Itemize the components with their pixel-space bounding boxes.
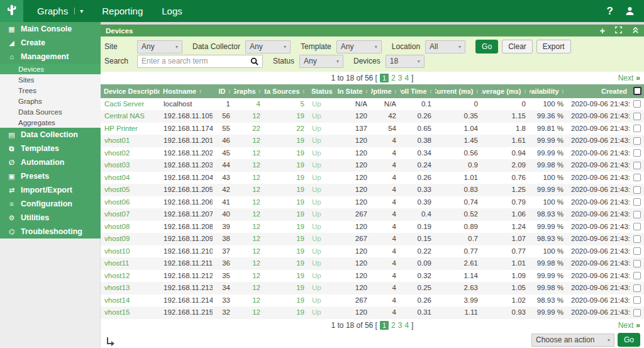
column-header-uptime[interactable]: Uptime↕	[371, 84, 400, 98]
cell-graphs[interactable]: 22	[234, 123, 264, 135]
export-button[interactable]: Export	[536, 40, 571, 53]
column-header-hostname[interactable]: Hostname↕	[160, 84, 213, 98]
cell-data_sources[interactable]: 19	[264, 208, 308, 221]
cell-data_sources[interactable]: 5	[264, 98, 308, 111]
cell-graphs[interactable]: 12	[234, 208, 264, 221]
cell-description[interactable]: vhost06	[101, 196, 160, 209]
sidebar-item-troubleshooting[interactable]: ⌬Troubleshooting	[0, 225, 101, 239]
cell-description[interactable]: HP Printer	[101, 123, 160, 135]
sidebar-item-configuration[interactable]: ≡Configuration	[0, 197, 101, 211]
add-device-icon[interactable]: +	[600, 26, 605, 35]
cell-data_sources[interactable]: 19	[264, 221, 308, 233]
cell-graphs[interactable]: 12	[234, 184, 264, 196]
row-checkbox[interactable]	[633, 247, 641, 255]
cell-graphs[interactable]: 4	[234, 98, 264, 111]
cell-data_sources[interactable]: 19	[264, 196, 308, 209]
cell-data_sources[interactable]: 19	[264, 306, 308, 319]
column-header-created[interactable]: Created	[567, 84, 630, 98]
cell-description[interactable]: Central NAS	[101, 110, 160, 123]
tab-logs[interactable]: Logs	[162, 6, 182, 16]
tab-graphs[interactable]: Graphs▾	[37, 6, 83, 16]
row-checkbox[interactable]	[633, 260, 641, 267]
page-link-2[interactable]: 2	[391, 321, 396, 330]
cell-graphs[interactable]: 12	[234, 110, 264, 123]
page-link-4[interactable]: 4	[404, 74, 409, 82]
row-checkbox[interactable]	[633, 223, 641, 230]
row-checkbox[interactable]	[633, 186, 641, 194]
go-button[interactable]: Go	[475, 40, 498, 53]
column-header-data-sources[interactable]: Data Sources↕	[264, 84, 308, 98]
select-all-checkbox[interactable]	[633, 87, 641, 95]
sidebar-subitem-devices[interactable]: Devices	[0, 64, 101, 74]
row-checkbox[interactable]	[633, 284, 641, 292]
cell-graphs[interactable]: 12	[234, 233, 264, 245]
cell-description[interactable]: vhost10	[101, 245, 160, 258]
devices-per-page-select[interactable]: 18▾	[386, 55, 425, 68]
sidebar-subitem-graphs[interactable]: Graphs	[0, 96, 101, 106]
sidebar-item-create[interactable]: ◢Create	[0, 36, 101, 50]
tab-reporting[interactable]: Reporting	[102, 6, 143, 16]
location-select[interactable]: All▾	[425, 40, 465, 53]
cell-graphs[interactable]: 12	[234, 196, 264, 209]
row-checkbox[interactable]	[633, 309, 641, 317]
next-page-link[interactable]: Next »	[618, 72, 640, 84]
row-checkbox[interactable]	[633, 149, 641, 157]
cell-description[interactable]: vhost09	[101, 233, 160, 245]
cell-data_sources[interactable]: 22	[264, 123, 308, 135]
column-header-in-state[interactable]: In State↕	[336, 84, 371, 98]
cell-description[interactable]: vhost08	[101, 221, 160, 233]
clear-button[interactable]: Clear	[502, 40, 533, 53]
row-checkbox[interactable]	[633, 137, 641, 145]
row-checkbox[interactable]	[633, 100, 641, 108]
sidebar-subitem-sites[interactable]: Sites	[0, 74, 101, 85]
cell-graphs[interactable]: 12	[234, 245, 264, 258]
cell-description[interactable]: vhost07	[101, 208, 160, 221]
column-header-poll-time[interactable]: Poll Time↕	[400, 84, 435, 98]
cell-description[interactable]: vhost12	[101, 270, 160, 283]
cell-description[interactable]: vhost13	[101, 282, 160, 295]
row-checkbox[interactable]	[633, 296, 641, 304]
cacti-logo[interactable]	[0, 0, 23, 22]
row-checkbox[interactable]	[633, 125, 641, 132]
sidebar-item-main-console[interactable]: ▦Main Console	[0, 22, 101, 36]
row-checkbox[interactable]	[633, 211, 641, 218]
sidebar-subitem-aggregates[interactable]: Aggregates	[0, 117, 101, 128]
sidebar-item-templates[interactable]: ⧉Templates	[0, 142, 101, 155]
page-link-2[interactable]: 2	[391, 74, 396, 82]
page-link-1[interactable]: 1	[380, 74, 389, 82]
cell-graphs[interactable]: 12	[234, 159, 264, 172]
cell-graphs[interactable]: 12	[234, 295, 264, 307]
cell-graphs[interactable]: 12	[234, 257, 264, 270]
cell-description[interactable]: vhost01	[101, 135, 160, 147]
cell-graphs[interactable]: 12	[234, 282, 264, 295]
row-checkbox[interactable]	[633, 162, 641, 169]
cell-graphs[interactable]: 12	[234, 270, 264, 283]
next-page-link[interactable]: Next »	[618, 319, 640, 332]
cell-data_sources[interactable]: 19	[264, 295, 308, 307]
row-checkbox[interactable]	[633, 198, 641, 206]
cell-description[interactable]: vhost15	[101, 306, 160, 319]
column-header-current-ms[interactable]: Current (ms)↕	[435, 84, 482, 98]
cell-data_sources[interactable]: 19	[264, 159, 308, 172]
cell-description[interactable]: vhost03	[101, 159, 160, 172]
search-icon[interactable]	[250, 57, 258, 65]
page-link-1[interactable]: 1	[380, 321, 389, 330]
cell-data_sources[interactable]: 19	[264, 184, 308, 196]
column-header-status[interactable]: Status↕	[308, 84, 336, 98]
action-go-button[interactable]: Go	[618, 333, 640, 347]
cell-description[interactable]: vhost02	[101, 147, 160, 160]
cell-graphs[interactable]: 12	[234, 135, 264, 147]
cell-data_sources[interactable]: 19	[264, 270, 308, 283]
sidebar-subitem-data-sources[interactable]: Data Sources	[0, 106, 101, 117]
sidebar-item-data-collection[interactable]: ▤Data Collection	[0, 128, 101, 142]
sidebar-item-presets[interactable]: ▣Presets	[0, 169, 101, 183]
collapse-panel-icon[interactable]	[632, 26, 639, 35]
column-header-availability[interactable]: Availability↕	[530, 84, 567, 98]
template-select[interactable]: Any▾	[336, 40, 382, 53]
page-link-3[interactable]: 3	[398, 321, 402, 330]
data-collector-select[interactable]: Any▾	[245, 40, 291, 53]
row-checkbox[interactable]	[633, 272, 641, 279]
cell-data_sources[interactable]: 19	[264, 110, 308, 123]
cell-data_sources[interactable]: 19	[264, 282, 308, 295]
cell-data_sources[interactable]: 19	[264, 135, 308, 147]
